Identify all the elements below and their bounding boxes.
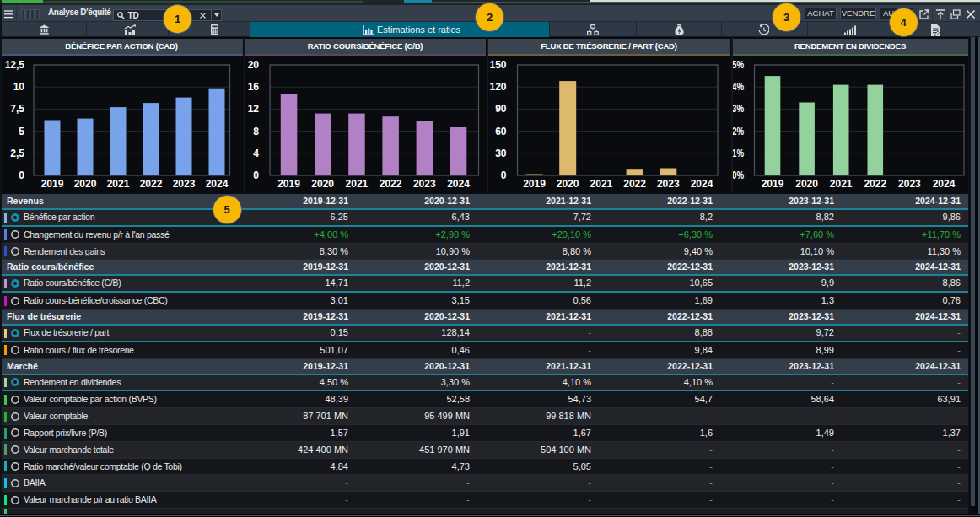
svg-text:20: 20 [248, 59, 260, 71]
svg-text:2022: 2022 [623, 178, 646, 190]
svg-text:2,5: 2,5 [10, 148, 24, 159]
svg-text:4%: 4% [732, 81, 744, 93]
svg-text:2023: 2023 [657, 178, 680, 190]
svg-text:2023: 2023 [898, 178, 921, 190]
svg-text:3%: 3% [732, 103, 744, 115]
svg-text:1%: 1% [732, 148, 744, 159]
svg-text:10: 10 [13, 81, 25, 93]
svg-text:2020: 2020 [311, 178, 334, 190]
svg-text:2022: 2022 [380, 178, 402, 190]
svg-text:60: 60 [495, 126, 507, 137]
svg-text:0: 0 [501, 170, 507, 181]
svg-text:12: 12 [248, 103, 260, 115]
svg-text:90: 90 [495, 103, 507, 115]
svg-text:0: 0 [253, 170, 259, 181]
svg-text:8: 8 [253, 126, 259, 137]
svg-text:120: 120 [489, 81, 506, 93]
svg-text:2024: 2024 [691, 178, 713, 190]
svg-text:2024: 2024 [206, 178, 229, 190]
svg-text:2021: 2021 [590, 178, 613, 190]
svg-text:0: 0 [19, 170, 24, 181]
svg-text:2020: 2020 [74, 178, 97, 190]
svg-text:2020: 2020 [557, 178, 579, 190]
svg-text:0%: 0% [732, 170, 744, 181]
svg-text:2019: 2019 [762, 178, 784, 190]
svg-text:2021: 2021 [107, 178, 130, 190]
svg-text:2019: 2019 [277, 178, 300, 190]
svg-text:30: 30 [495, 148, 507, 159]
svg-text:2024: 2024 [933, 178, 956, 190]
svg-text:2019: 2019 [41, 178, 64, 190]
svg-text:2020: 2020 [795, 178, 818, 190]
svg-text:150: 150 [489, 59, 506, 71]
svg-text:2021: 2021 [346, 178, 369, 190]
svg-text:5: 5 [19, 126, 24, 137]
svg-text:2022: 2022 [140, 178, 163, 190]
svg-text:2022: 2022 [864, 178, 886, 190]
svg-text:7,5: 7,5 [10, 103, 24, 115]
svg-text:2019: 2019 [523, 178, 546, 190]
svg-text:2%: 2% [732, 126, 744, 137]
svg-text:2021: 2021 [830, 178, 853, 190]
svg-text:16: 16 [248, 81, 260, 93]
svg-text:2024: 2024 [447, 178, 470, 190]
svg-text:2023: 2023 [413, 178, 436, 190]
svg-text:4: 4 [253, 148, 259, 159]
svg-text:5%: 5% [732, 59, 744, 71]
svg-text:12,5: 12,5 [5, 59, 25, 71]
svg-text:2023: 2023 [173, 178, 196, 190]
